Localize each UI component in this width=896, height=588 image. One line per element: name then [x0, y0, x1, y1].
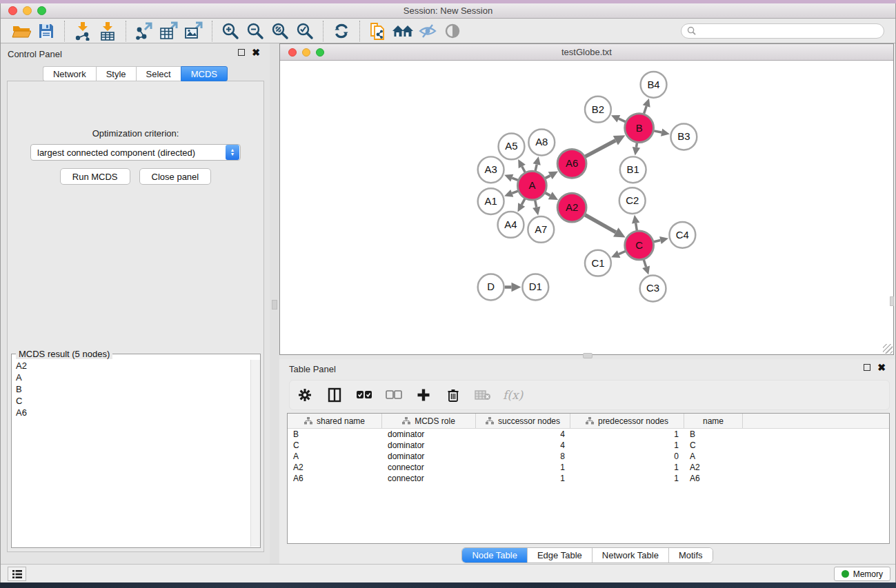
function-builder-button: f(x): [503, 385, 523, 405]
table-row[interactable]: Adominator80A: [288, 451, 889, 462]
panel-divider-vertical[interactable]: [270, 43, 279, 564]
table-panel-tabs: Node TableEdge TableNetwork TableMotifs: [279, 547, 895, 563]
mcds-result-item[interactable]: B: [12, 383, 250, 395]
column-header-name[interactable]: name: [684, 414, 743, 428]
network-window-title: testGlobe.txt: [280, 47, 893, 57]
column-header-MCDS-role[interactable]: MCDS role: [382, 414, 476, 428]
table-cell: B: [288, 429, 382, 439]
edge-B-B1[interactable]: [636, 143, 637, 148]
edge-A-A4[interactable]: [521, 199, 525, 205]
search-field[interactable]: [681, 23, 884, 39]
close-panel-button[interactable]: Close panel: [139, 168, 212, 185]
memory-status-icon: [842, 570, 849, 578]
edge-A-A1[interactable]: [512, 191, 518, 193]
network-canvas-svg: B4B2BB3B1A5A8A6A3AA1A2A4A7C2CC4C1C3DD1: [280, 61, 893, 354]
tab-mcds[interactable]: MCDS: [181, 66, 228, 81]
edge-A-A7[interactable]: [535, 201, 537, 207]
edge-A-A6[interactable]: [546, 176, 550, 179]
tab-motifs[interactable]: Motifs: [669, 548, 713, 562]
edge-A2-C[interactable]: [585, 215, 616, 232]
tab-network-table[interactable]: Network Table: [593, 548, 669, 562]
import-network-button[interactable]: [70, 21, 95, 41]
edge-B-B2[interactable]: [619, 119, 626, 121]
column-header-successor-nodes[interactable]: successor nodes: [476, 414, 570, 428]
mcds-result-item[interactable]: A6: [12, 407, 250, 418]
tab-edge-table[interactable]: Edge Table: [528, 548, 593, 562]
status-bar: Memory: [1, 564, 895, 582]
zoom-selected-button[interactable]: [292, 21, 317, 41]
delete-table-button: [473, 385, 492, 405]
close-panel-icon[interactable]: ✖: [877, 364, 886, 371]
edge-A-A3[interactable]: [512, 178, 518, 180]
run-mcds-button[interactable]: Run MCDS: [60, 168, 130, 185]
divider-grip[interactable]: [272, 300, 277, 310]
mcds-result-scrollbar[interactable]: [250, 360, 260, 547]
table-row[interactable]: Bdominator41B: [288, 429, 889, 440]
zoom-in-button[interactable]: [218, 21, 243, 41]
table-row[interactable]: A6connector11A6: [288, 473, 889, 484]
export-image-button[interactable]: [181, 21, 206, 41]
show-eye-button[interactable]: [440, 21, 465, 41]
edge-A6-B[interactable]: [585, 141, 615, 156]
network-resize-grip[interactable]: [883, 344, 893, 354]
clone-network-button[interactable]: [366, 21, 390, 41]
network-right-divider-grip[interactable]: [890, 296, 894, 306]
save-session-button[interactable]: [34, 21, 59, 41]
edge-A-A8[interactable]: [535, 165, 537, 171]
table-settings-button[interactable]: [295, 385, 315, 405]
show-columns-button[interactable]: [325, 385, 344, 405]
import-table-button[interactable]: [95, 21, 120, 41]
node-label-B4: B4: [647, 79, 659, 90]
mcds-result-item[interactable]: A2: [12, 360, 250, 372]
select-all-button[interactable]: [355, 385, 374, 405]
open-session-button[interactable]: [9, 21, 34, 41]
delete-column-button[interactable]: [444, 385, 463, 405]
column-header-label: shared name: [317, 416, 365, 426]
float-panel-icon[interactable]: [238, 49, 245, 56]
tab-network[interactable]: Network: [43, 66, 96, 81]
mcds-result-item[interactable]: A: [12, 372, 250, 383]
table-cell: 8: [476, 452, 570, 461]
edge-C-C4[interactable]: [654, 240, 660, 241]
node-label-C3: C3: [646, 282, 659, 294]
tab-select[interactable]: Select: [136, 66, 181, 81]
mcds-result-item[interactable]: C: [12, 395, 250, 407]
network-view-window: testGlobe.txt B4B2BB3B1A5A8A6A3AA1A2A4A7…: [279, 43, 894, 355]
node-label-A2: A2: [566, 201, 578, 213]
column-header-shared-name[interactable]: shared name: [288, 414, 382, 428]
hide-selected-button[interactable]: [415, 21, 440, 41]
column-header-predecessor-nodes[interactable]: predecessor nodes: [570, 414, 684, 428]
tab-node-table[interactable]: Node Table: [462, 548, 528, 562]
table-row[interactable]: A2connector11A2: [288, 462, 889, 473]
apply-layout-button[interactable]: [329, 21, 354, 41]
toolbar-separator: [64, 21, 65, 41]
edge-A-A5[interactable]: [522, 167, 525, 172]
edge-B-B3[interactable]: [654, 131, 661, 132]
divider-grip[interactable]: [583, 353, 593, 358]
table-row[interactable]: Cdominator41C: [288, 440, 889, 451]
task-history-button[interactable]: [8, 567, 26, 581]
table-toolbar: f(x): [289, 380, 890, 410]
deselect-all-button[interactable]: [384, 385, 404, 405]
add-column-button[interactable]: [414, 385, 433, 405]
edge-A-A2[interactable]: [546, 193, 550, 196]
memory-button[interactable]: Memory: [834, 567, 890, 581]
edge-C-C2[interactable]: [636, 223, 637, 231]
edge-C-C1[interactable]: [619, 252, 625, 254]
edge-C-C3[interactable]: [644, 260, 646, 267]
export-table-button[interactable]: [157, 21, 181, 41]
search-input[interactable]: [699, 26, 878, 36]
control-panel-tabs: NetworkStyleSelectMCDS: [1, 66, 270, 81]
network-canvas[interactable]: B4B2BB3B1A5A8A6A3AA1A2A4A7C2CC4C1C3DD1: [280, 61, 893, 354]
show-home-button[interactable]: [390, 21, 415, 41]
close-panel-icon[interactable]: ✖: [252, 49, 260, 56]
zoom-fit-button[interactable]: [268, 21, 292, 41]
float-panel-icon[interactable]: [864, 364, 870, 371]
optimization-criterion-dropdown[interactable]: largest connected component (directed) ▲…: [30, 144, 241, 161]
column-header-label: MCDS role: [415, 416, 455, 426]
edge-B-B4[interactable]: [644, 106, 647, 114]
table-cell: 4: [476, 429, 570, 439]
export-network-button[interactable]: [132, 21, 157, 41]
tab-style[interactable]: Style: [96, 66, 136, 81]
zoom-out-button[interactable]: [243, 21, 268, 41]
